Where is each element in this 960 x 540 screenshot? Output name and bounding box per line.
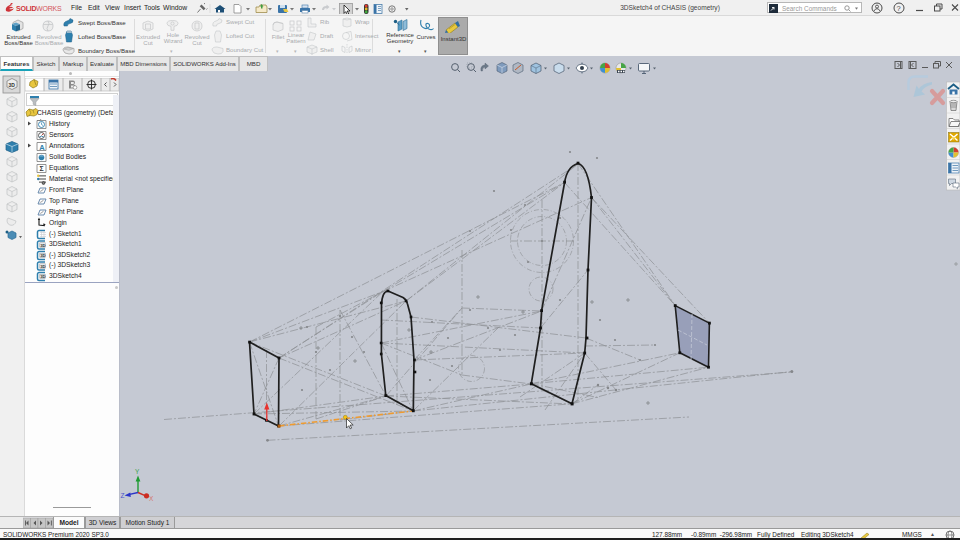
svg-text:3D: 3D	[40, 243, 45, 248]
svg-text:SOLID: SOLID	[16, 5, 37, 12]
svg-text:3D: 3D	[8, 82, 15, 88]
svg-text:3D: 3D	[40, 253, 45, 258]
svg-text:Search Commands: Search Commands	[782, 5, 837, 12]
svg-text:WORKS: WORKS	[36, 5, 62, 12]
svg-text:Z: Z	[121, 492, 125, 499]
svg-text:?: ?	[897, 4, 901, 13]
svg-text:3D: 3D	[40, 274, 45, 279]
svg-text:Σ: Σ	[39, 165, 43, 172]
svg-text:Y: Y	[135, 468, 140, 475]
svg-text:A: A	[39, 143, 45, 152]
svg-text:X: X	[149, 495, 154, 502]
svg-text:3D: 3D	[40, 264, 45, 269]
